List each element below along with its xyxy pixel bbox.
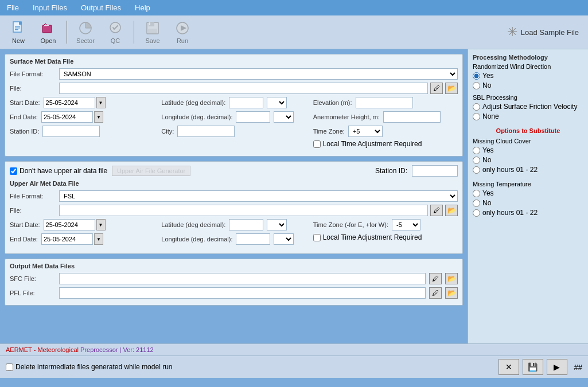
upper-start-date-cal-btn[interactable]: ▼ — [96, 219, 106, 230]
upper-latitude-dir-select[interactable]: NS — [267, 219, 287, 230]
anemometer-input[interactable] — [383, 111, 441, 123]
menu-file[interactable]: File — [5, 2, 21, 13]
end-date-cal-btn[interactable]: ▼ — [94, 111, 103, 123]
cancel-bottom-icon: ✕ — [505, 362, 512, 372]
upper-local-time-checkbox[interactable] — [313, 234, 321, 241]
sector-button[interactable]: Sector — [72, 18, 99, 46]
file-format-select[interactable]: SAMSON HUSWO ISHD — [59, 68, 458, 80]
delete-intermediate-checkbox[interactable] — [6, 363, 13, 371]
cancel-bottom-button[interactable]: ✕ — [499, 359, 519, 375]
upper-end-date-cal-btn[interactable]: ▼ — [94, 233, 103, 245]
start-date-input[interactable] — [44, 97, 95, 108]
pfl-file-input[interactable] — [59, 287, 426, 299]
save-bottom-button[interactable]: 💾 — [523, 359, 543, 375]
end-date-input[interactable] — [41, 111, 93, 123]
menu-input-files[interactable]: Input Files — [30, 2, 69, 13]
load-sample-label: Load Sample File — [521, 28, 579, 37]
open-icon — [40, 20, 56, 36]
elevation-input[interactable] — [356, 97, 413, 108]
upper-air-header: Don't have upper air data file Upper Air… — [10, 165, 458, 177]
upper-dates-coords: Start Date: ▼ End Date: ▼ — [10, 219, 458, 248]
end-date-container: ▼ — [41, 111, 103, 123]
load-sample-button[interactable]: ✳ Load Sample File — [503, 22, 583, 42]
sfc-open-btn[interactable]: 📂 — [445, 273, 458, 284]
city-label: City: — [161, 128, 174, 135]
menu-help[interactable]: Help — [133, 2, 153, 13]
surface-mid-col: Latitude (deg decimal): NS Longitude (de… — [161, 97, 306, 150]
latitude-input[interactable] — [229, 97, 263, 108]
pfl-open-btn[interactable]: 📂 — [445, 287, 458, 299]
temp-yes-radio[interactable] — [473, 190, 480, 197]
upper-file-input[interactable] — [59, 205, 428, 216]
dont-have-upper-air-row: Don't have upper air data file — [10, 167, 107, 175]
sfc-browse-btn[interactable]: 🖊 — [429, 273, 442, 284]
station-id-input[interactable] — [42, 126, 100, 137]
upper-file-row: File: 🖊 📂 — [10, 205, 458, 216]
city-input[interactable] — [177, 126, 235, 137]
temp-hours-radio[interactable] — [473, 209, 480, 217]
cloud-hours-label: only hours 01 - 22 — [482, 166, 538, 174]
sector-label: Sector — [76, 37, 95, 44]
run-bottom-icon: ▶ — [554, 362, 560, 372]
elevation-row: Elevation (m): — [313, 97, 458, 108]
start-date-container: ▼ — [44, 97, 106, 108]
file-format-label: File Format: — [10, 71, 56, 77]
upper-longitude-dir-select[interactable]: EW — [274, 233, 294, 245]
start-date-cal-btn[interactable]: ▼ — [96, 97, 106, 108]
open-button[interactable]: Open — [34, 18, 62, 46]
cloud-yes-radio[interactable] — [473, 147, 480, 154]
upper-latitude-row: Latitude (deg decimal): NS — [161, 219, 306, 230]
temp-no-radio[interactable] — [473, 200, 480, 207]
run-bottom-button[interactable]: ▶ — [547, 359, 567, 375]
upper-air-station-label: Station ID: — [375, 167, 407, 175]
longitude-input[interactable] — [236, 111, 270, 123]
upper-latitude-input[interactable] — [229, 219, 263, 230]
surface-file-input-row: 🖊 📂 — [59, 83, 458, 94]
surface-file-input[interactable] — [59, 83, 428, 94]
surface-file-open-btn[interactable]: 📂 — [445, 83, 458, 94]
longitude-row: Longitude (deg. decimal): EW — [161, 111, 306, 123]
upper-air-gen-label: Upper Air File Generator — [117, 167, 185, 174]
rand-wind-no-label: No — [482, 81, 491, 89]
upper-air-station-input[interactable] — [412, 165, 458, 177]
cloud-hours-radio[interactable] — [473, 166, 480, 174]
upper-longitude-input[interactable] — [236, 233, 270, 245]
local-time-checkbox[interactable] — [313, 140, 321, 148]
cloud-no-radio[interactable] — [473, 157, 480, 164]
dont-have-upper-air-checkbox[interactable] — [10, 167, 17, 175]
upper-file-open-btn[interactable]: 📂 — [445, 205, 458, 216]
run-button[interactable]: Run — [169, 18, 196, 46]
timezone-select[interactable]: +5+4+6 — [348, 126, 383, 137]
upper-end-date-input[interactable] — [41, 233, 93, 245]
proc-methodology-title: Processing Methodology — [473, 54, 583, 61]
rand-wind-yes-radio[interactable] — [473, 72, 480, 80]
surface-dates-coords: Start Date: ▼ End Date: ▼ — [10, 97, 458, 150]
svg-rect-6 — [44, 25, 49, 26]
upper-timezone-select[interactable]: -5-4-6 — [392, 219, 420, 230]
qc-icon — [107, 20, 123, 36]
upper-file-browse-btn[interactable]: 🖊 — [430, 205, 443, 216]
sfc-file-input[interactable] — [59, 273, 426, 284]
surface-file-browse-btn[interactable]: 🖊 — [430, 83, 443, 94]
longitude-dir-select[interactable]: EW — [274, 111, 294, 123]
menu-output-files[interactable]: Output Files — [79, 2, 123, 13]
pfl-browse-btn[interactable]: 🖊 — [429, 287, 442, 299]
toolbar-separator — [67, 21, 67, 44]
upper-air-generator-btn[interactable]: Upper Air File Generator — [112, 166, 190, 176]
options-to-substitute-title[interactable]: Options to Substitute — [473, 127, 583, 134]
rand-wind-title: Randomized Wind Direction — [473, 63, 583, 70]
latitude-dir-select[interactable]: NS — [267, 97, 287, 108]
aermet-label: AERMET - Meteorological Preprocessor | V… — [6, 346, 154, 353]
qc-button[interactable]: QC — [102, 18, 129, 46]
save-button[interactable]: Save — [139, 18, 166, 46]
new-button[interactable]: New — [5, 18, 32, 46]
rand-wind-no-radio[interactable] — [473, 82, 480, 89]
city-row: City: — [161, 126, 306, 137]
upper-start-date-input[interactable] — [44, 219, 95, 230]
upper-file-format-label: File Format: — [10, 193, 56, 200]
sbl-adjust-radio[interactable] — [473, 103, 480, 111]
sbl-none-radio[interactable] — [473, 113, 480, 120]
upper-end-date-container: ▼ — [41, 233, 103, 245]
upper-local-time-label: Local Time Adjustment Required — [323, 233, 422, 241]
upper-file-format-select[interactable]: FSL TD-6201 — [59, 190, 458, 202]
